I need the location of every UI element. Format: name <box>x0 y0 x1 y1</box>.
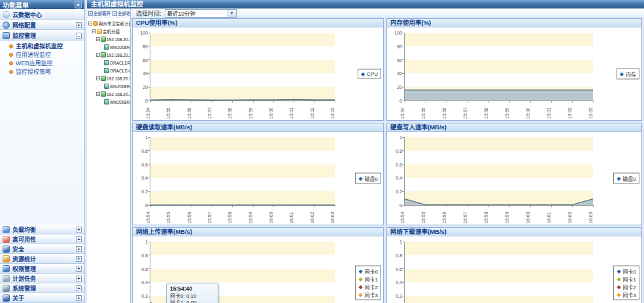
time-select-label: 选择时间: <box>136 9 161 18</box>
y-axis-label: 20 <box>397 85 402 89</box>
chart-tooltip: 15:54:40 网卡0: 0.10 网卡1: 0.00 网卡2: 0.00 网… <box>166 283 218 303</box>
x-axis-label: 16:02 <box>309 206 315 223</box>
plot-area: 10.80.60.40.2015:5415:5515:5615:5715:581… <box>404 242 593 303</box>
tree-node-label: 主机分组 <box>103 28 120 35</box>
tree-node-vm[interactable]: Win2008R2-03 <box>88 82 130 90</box>
expand-plus-icon[interactable]: + <box>76 246 82 252</box>
tree-node-host[interactable]: −192.168.20.14 <box>88 90 130 98</box>
chevron-down-icon: ▼ <box>228 10 236 17</box>
x-axis-label: 15:58 <box>227 102 233 119</box>
network-icon <box>3 22 10 29</box>
x-axis-label: 15:54 <box>399 102 405 119</box>
sidebar-item-system-manage[interactable]: 系统管理+ <box>0 283 84 293</box>
time-filter-bar: 选择时间: 最近10分钟 ▼ <box>131 8 644 18</box>
tree-expand-toggle[interactable]: − <box>96 76 100 80</box>
chart-panel-cpu-usage: CPU使用率(%) 10080604020015:5415:5515:5615:… <box>132 18 384 121</box>
collapse-minus-icon[interactable]: - <box>76 33 82 39</box>
tree-node-host[interactable]: −192.168.20.11 <box>88 35 130 43</box>
tree-node-label: ORACLE中间件 <box>110 59 130 66</box>
sidebar-item-monitoring-management[interactable]: 监控管理 - <box>0 30 84 40</box>
legend-label: 网卡0 <box>365 268 378 275</box>
x-axis-label: 16:00 <box>268 206 274 223</box>
tree-expand-toggle[interactable]: − <box>92 29 96 33</box>
y-axis-label: 40 <box>143 71 148 76</box>
bullet-icon <box>9 44 13 48</box>
y-axis-label: 0.6 <box>396 162 402 167</box>
expand-plus-icon[interactable]: + <box>76 276 82 281</box>
sidebar-item-web-app-monitoring[interactable]: WEB应用监控 <box>0 59 84 67</box>
tree-node-label: 192.168.20.14 <box>107 92 130 97</box>
expand-plus-icon[interactable]: + <box>76 266 82 272</box>
vm-icon <box>104 68 109 73</box>
tree-node-vm[interactable]: Win2008R2-04 <box>88 98 130 106</box>
sidebar-item-about[interactable]: 关于+ <box>0 293 84 303</box>
expand-plus-icon[interactable]: + <box>76 227 82 232</box>
collapse-all-label: 全部收起 <box>118 10 131 16</box>
content-row: −荆州市卫生和计划生育局数据中心−主机分组−192.168.20.11Win20… <box>87 18 644 303</box>
scheduled-task-icon <box>3 275 10 282</box>
y-axis-label: 0.8 <box>141 148 148 153</box>
time-range-select[interactable]: 最近10分钟 ▼ <box>165 9 237 18</box>
tree-expand-toggle[interactable]: − <box>96 37 100 41</box>
expand-plus-icon[interactable]: + <box>76 295 82 301</box>
legend-label: 网卡1 <box>623 276 636 283</box>
statistics-icon <box>3 255 10 263</box>
page-title: 主机和虚拟机监控 <box>87 0 644 8</box>
tree-node-label: 192.168.20.13 <box>107 76 130 81</box>
legend-marker-icon: ◆ <box>361 71 365 76</box>
tree-node-label: Win2008R2-03 <box>110 84 130 89</box>
sidebar-item-host-vm-monitoring[interactable]: 主机和虚拟机监控 <box>0 42 84 50</box>
legend-marker-icon: ◆ <box>617 276 620 281</box>
sidebar-item-load-balance[interactable]: 负载均衡+ <box>0 225 84 234</box>
chart-legend: ◆CPU <box>358 69 381 79</box>
sidebar-item-user-permission[interactable]: 权限管理+ <box>0 264 84 274</box>
x-axis-label: 15:55 <box>420 102 426 119</box>
y-axis-label: 40 <box>397 71 402 76</box>
tree-node-datacenter[interactable]: −荆州市卫生和计划生育局数据中心 <box>88 20 130 27</box>
sidebar-item-scheduled-task[interactable]: 计划任务+ <box>0 274 84 283</box>
tree-node-vm[interactable]: Win2008R2-1 <box>88 43 130 51</box>
legend-item: ◆网卡0 <box>358 268 378 275</box>
security-shield-icon <box>3 246 10 253</box>
sidebar-item-app-process-monitoring[interactable]: 应用进程监控 <box>0 50 84 59</box>
sidebar-item-network-config[interactable]: 网络配置 + <box>0 20 84 30</box>
sidebar-collapse-icon[interactable]: « <box>75 1 82 8</box>
x-axis-label: 16:03 <box>588 102 594 119</box>
expand-all-button[interactable]: + 全部展开 <box>88 10 110 16</box>
y-axis-label: 100 <box>394 31 402 35</box>
legend-label: 网卡3 <box>365 291 378 298</box>
y-axis-label: 0.2 <box>141 189 148 194</box>
about-icon <box>3 295 10 302</box>
tree-node-vm[interactable]: ORACLE-G11 <box>88 67 130 74</box>
x-axis-label: 15:59 <box>248 206 254 223</box>
sidebar-item-statistics[interactable]: 资源统计+ <box>0 254 84 264</box>
tree-node-vm[interactable]: ORACLE中间件 <box>88 59 130 67</box>
sidebar-item-security-shield[interactable]: 安全+ <box>0 244 84 254</box>
legend-marker-icon: ◆ <box>358 292 362 297</box>
tree-node-host[interactable]: −192.168.20.13 <box>88 74 130 82</box>
high-availability-icon <box>3 236 10 243</box>
sidebar-item-cloud-data-center[interactable]: 云数据中心 <box>0 9 84 20</box>
legend-marker-icon: ◆ <box>617 176 620 181</box>
tree-expand-toggle[interactable]: − <box>96 53 100 57</box>
sidebar-item-high-availability[interactable]: 高可用性+ <box>0 234 84 244</box>
x-axis-label: 15:57 <box>462 206 468 223</box>
chart-panel-network-download: 网络下载速率(MB/s) 10.80.60.40.2015:5415:5515:… <box>386 227 642 303</box>
y-axis-label: 0.4 <box>396 280 402 285</box>
y-axis-label: 0.8 <box>396 253 402 257</box>
expand-plus-icon[interactable]: + <box>76 236 82 242</box>
chart-series-svg <box>405 33 593 101</box>
folder-icon <box>97 29 102 34</box>
sidebar-item-monitoring-auth-policy[interactable]: 监控授权策略 <box>0 67 84 76</box>
tree-expand-toggle[interactable]: − <box>88 22 92 25</box>
collapse-all-button[interactable]: − 全部收起 <box>112 10 131 16</box>
x-axis-label: 15:55 <box>165 102 171 119</box>
y-axis-label: 0.4 <box>396 176 402 180</box>
x-axis-label: 15:57 <box>207 102 212 119</box>
expand-plus-icon[interactable]: + <box>76 22 82 28</box>
expand-plus-icon[interactable]: + <box>76 285 82 291</box>
expand-plus-icon[interactable]: + <box>76 256 82 262</box>
tree-node-host[interactable]: −192.168.20.12 <box>88 51 130 59</box>
tree-expand-toggle[interactable]: − <box>96 92 100 96</box>
tree-node-host-group[interactable]: −主机分组 <box>88 27 130 35</box>
